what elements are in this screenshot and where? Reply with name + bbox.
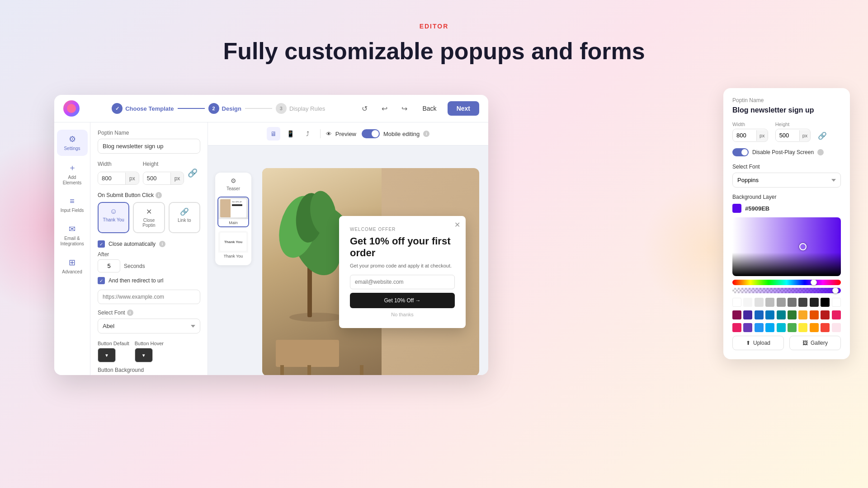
teaser-panel: ⚙ Teaser Get 10% off <box>215 173 251 265</box>
redirect-url-input[interactable] <box>98 290 200 304</box>
next-button[interactable]: Next <box>448 101 479 116</box>
swatch-blue-900[interactable] <box>755 310 764 319</box>
rp-link-icon[interactable]: 🔗 <box>818 131 827 142</box>
step-3-label: Display Rules <box>289 105 325 112</box>
swatch-lightblue-900[interactable] <box>765 310 774 319</box>
canvas-toolbar: 🖥 📱 ⤴ 👁 Preview Mobile editing i <box>208 122 488 145</box>
thumbnail-thankyou-preview: Thank You <box>218 231 248 253</box>
step-1[interactable]: ✓ Choose Template <box>112 103 174 114</box>
swatch-lightblue-500[interactable] <box>765 323 774 332</box>
swatch-yellow-500[interactable] <box>798 323 807 332</box>
opacity-thumb[interactable] <box>832 287 839 294</box>
popup-offer-tag: WELCOME OFFER <box>350 227 455 232</box>
swatch-white-2[interactable] <box>832 298 841 307</box>
submit-option-close[interactable]: ✕ Close Poptin <box>133 202 165 233</box>
swatch-deepPurple-500[interactable] <box>743 323 752 332</box>
swatch-blue-500[interactable] <box>755 323 764 332</box>
rp-bg-label: Background Layer <box>732 194 841 200</box>
redo-button[interactable]: ↪ <box>397 101 412 116</box>
swatch-green-500[interactable] <box>788 323 797 332</box>
color-cursor[interactable] <box>799 243 807 250</box>
swatch-cyan-800[interactable] <box>777 310 786 319</box>
redirect-label: And then redirect to url <box>108 277 163 284</box>
popup-email-input[interactable] <box>350 275 455 289</box>
sidebar-item-email-integrations[interactable]: ✉ Email & Integrations <box>57 220 88 251</box>
font-dropdown[interactable]: Abel <box>98 319 200 333</box>
swatch-gray-300[interactable] <box>765 298 774 307</box>
popup-cta-button[interactable]: Get 10% Off → <box>350 293 455 308</box>
swatch-red-500[interactable] <box>821 323 830 332</box>
top-bar-right: ↺ ↩ ↪ Back Next <box>358 101 479 116</box>
submit-option-link[interactable]: 🔗 Link to <box>169 202 200 233</box>
rp-height-label: Height <box>775 122 811 127</box>
swatch-white[interactable] <box>732 298 741 307</box>
rp-color-dot[interactable] <box>732 204 741 213</box>
undo-button[interactable]: ↩ <box>377 101 392 116</box>
rp-height-input[interactable] <box>776 129 799 141</box>
rp-font-dropdown[interactable]: Poppins <box>732 173 841 188</box>
swatch-pink-50[interactable] <box>832 323 841 332</box>
height-unit: px <box>170 173 184 184</box>
share-btn[interactable]: ⤴ <box>301 127 315 141</box>
rp-width-input[interactable] <box>733 129 756 141</box>
reset-button[interactable]: ↺ <box>358 101 372 116</box>
hue-slider[interactable] <box>732 280 841 285</box>
btn-hover-swatch[interactable]: ▼ <box>135 348 153 362</box>
btn-default-swatch[interactable]: ▼ <box>98 348 116 362</box>
swatch-cyan-500[interactable] <box>777 323 786 332</box>
swatch-gray-100[interactable] <box>743 298 752 307</box>
rp-width-group: Width px <box>732 122 768 142</box>
rp-width-label: Width <box>732 122 768 127</box>
swatch-pink-500[interactable] <box>832 310 841 319</box>
link-dimensions-icon[interactable]: 🔗 <box>188 168 198 178</box>
swatch-purple-900[interactable] <box>743 310 752 319</box>
btn-default-arrow: ▼ <box>104 353 109 358</box>
step-2[interactable]: 2 Design <box>208 103 241 114</box>
mobile-editing-switch[interactable] <box>362 129 380 138</box>
swatch-gray-400[interactable] <box>777 298 786 307</box>
left-panel: Poptin Name Width px Height <box>90 122 208 375</box>
sidebar-item-input-fields[interactable]: ≡ Input Fields <box>57 192 88 218</box>
swatch-red-900[interactable] <box>821 310 830 319</box>
thumbnail-thankyou[interactable]: Thank You Thank You <box>217 230 249 261</box>
step-3[interactable]: 3 Display Rules <box>276 103 325 114</box>
thumbnail-main[interactable]: Get 10% off Main <box>217 197 249 227</box>
swatch-black[interactable] <box>821 298 830 307</box>
width-input[interactable] <box>98 172 125 184</box>
opacity-slider[interactable] <box>732 288 841 293</box>
sidebar-item-add-elements[interactable]: ＋ Add Elements <box>57 158 88 190</box>
popup-no-thanks[interactable]: No thanks <box>350 312 455 317</box>
mobile-device-btn[interactable]: 📱 <box>284 127 297 141</box>
submit-option-thankyou[interactable]: ☺ Thank You <box>98 202 129 233</box>
hue-thumb[interactable] <box>811 279 817 286</box>
swatch-yellow-800[interactable] <box>798 310 807 319</box>
sidebar-item-advanced[interactable]: ⊞ Advanced <box>57 253 88 279</box>
desktop-device-btn[interactable]: 🖥 <box>267 127 280 141</box>
sidebar-item-settings[interactable]: ⚙ Settings <box>57 130 88 156</box>
thumbnail-main-label: Main <box>218 219 248 226</box>
swatch-pink-900[interactable] <box>732 310 741 319</box>
seconds-input[interactable] <box>98 259 120 272</box>
swatch-gray-200[interactable] <box>755 298 764 307</box>
height-input[interactable] <box>143 172 170 184</box>
poptin-name-label: Poptin Name <box>98 130 200 136</box>
color-gradient-picker[interactable] <box>732 217 841 276</box>
height-input-wrapper: px <box>143 172 184 185</box>
gallery-button[interactable]: 🖼 Gallery <box>789 336 841 350</box>
swatch-gray-700[interactable] <box>798 298 807 307</box>
redirect-checkbox[interactable]: ✓ <box>98 277 105 284</box>
swatch-pink-500-2[interactable] <box>732 323 741 332</box>
close-auto-checkbox[interactable]: ✓ <box>98 240 105 248</box>
swatch-green-800[interactable] <box>788 310 797 319</box>
poptin-name-input[interactable] <box>98 139 200 154</box>
swatch-gray-500[interactable] <box>788 298 797 307</box>
swatch-orange-900[interactable] <box>810 310 819 319</box>
popup-close-btn[interactable]: ✕ <box>454 221 460 229</box>
back-button[interactable]: Back <box>417 102 442 115</box>
disable-postplay-toggle[interactable] <box>732 148 749 156</box>
teaser-settings-icon: ⚙ <box>231 177 236 184</box>
btn-hover-arrow: ▼ <box>142 353 146 358</box>
upload-button[interactable]: ⬆ Upload <box>732 336 784 350</box>
swatch-gray-900[interactable] <box>810 298 819 307</box>
swatch-orange-500[interactable] <box>810 323 819 332</box>
